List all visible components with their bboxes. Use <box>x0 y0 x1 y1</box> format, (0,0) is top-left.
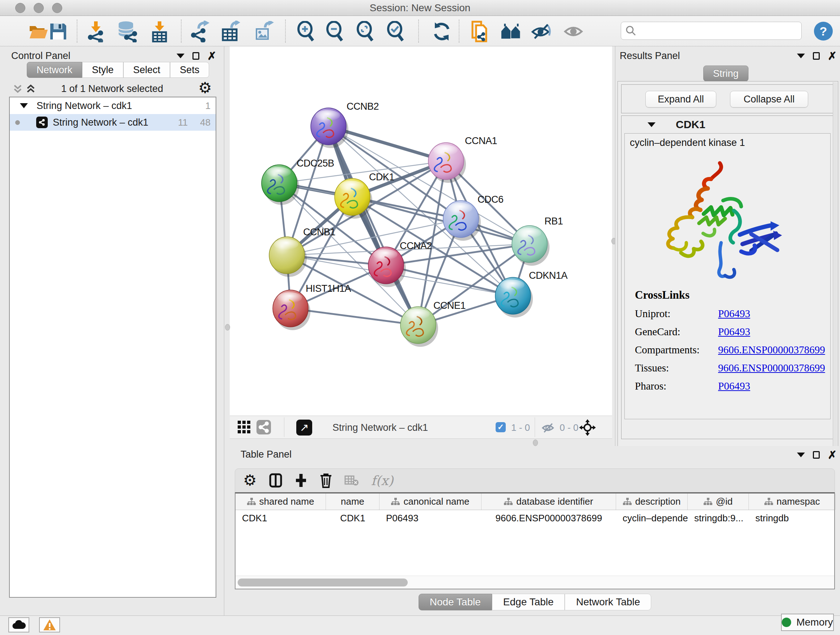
duplicate-network-button[interactable] <box>469 21 490 42</box>
open-folder-icon <box>28 22 49 41</box>
tab-network-table[interactable]: Network Table <box>565 594 651 610</box>
cloud-status-button[interactable] <box>8 617 29 632</box>
column-header-name[interactable]: name <box>326 494 379 510</box>
column-header--id[interactable]: @id <box>688 494 749 510</box>
fit-selected-crosshair-icon[interactable] <box>579 419 596 436</box>
expand-all-button[interactable]: Expand All <box>645 91 716 108</box>
birds-eye-view-icon[interactable] <box>238 421 252 434</box>
export-network-icon <box>190 21 210 42</box>
crosslink-label: Pharos: <box>635 380 718 392</box>
close-panel-icon[interactable]: ✗ <box>828 52 837 60</box>
tab-network[interactable]: Network <box>27 62 82 78</box>
open-in-window-icon[interactable]: ↗ <box>296 420 312 435</box>
network-node-rb1[interactable]: RB1 <box>512 216 563 266</box>
column-header-namespac[interactable]: namespac <box>749 494 836 510</box>
crosslink-value-link[interactable]: P06493 <box>718 308 750 320</box>
delete-column-icon[interactable] <box>320 473 332 488</box>
crosslink-value-link[interactable]: 9606.ENSP00000378699 <box>718 344 825 356</box>
column-header-description[interactable]: description <box>616 494 688 510</box>
crosslink-label: GeneCard: <box>635 326 718 338</box>
network-edge[interactable] <box>328 126 418 325</box>
column-header-canonical-name[interactable]: canonical name <box>379 494 482 510</box>
zoom-in-button[interactable] <box>295 21 316 42</box>
status-bar: Memory <box>0 616 840 635</box>
show-all-button[interactable] <box>564 21 584 42</box>
search-input[interactable] <box>636 25 792 37</box>
network-node-hist1h1a[interactable]: HIST1H1A <box>273 283 351 330</box>
node-result-header[interactable]: CDK1 <box>622 116 834 133</box>
import-network-file-button[interactable] <box>85 21 106 42</box>
crosslink-row: Tissues:9606.ENSP00000378699 <box>635 362 827 374</box>
search-field[interactable] <box>621 22 802 40</box>
collapse-all-button[interactable]: Collapse All <box>730 91 808 108</box>
duplicate-network-icon <box>470 20 489 43</box>
apply-layout-button[interactable] <box>431 21 452 42</box>
column-header-shared-name[interactable]: shared name <box>235 494 326 510</box>
export-image-icon <box>254 21 274 42</box>
import-network-database-button[interactable] <box>117 21 138 42</box>
toolbar-separator <box>285 19 286 43</box>
hide-selection-button[interactable] <box>531 21 552 42</box>
node-result-body: cyclin–dependent kinase 1 <box>624 133 831 419</box>
warnings-button[interactable] <box>39 617 60 632</box>
first-neighbors-button[interactable] <box>501 21 522 42</box>
float-panel-icon[interactable] <box>193 52 199 60</box>
table-cell: stringdb:9... <box>688 510 749 526</box>
splitter-handle[interactable] <box>533 440 538 446</box>
network-options-gear-icon[interactable]: ⚙ <box>198 80 212 96</box>
panel-menu-icon[interactable] <box>797 453 805 457</box>
column-header-database-identifier[interactable]: database identifier <box>482 494 616 510</box>
section-expander-icon[interactable] <box>647 122 655 127</box>
memory-button[interactable]: Memory <box>781 614 834 631</box>
export-image-button[interactable] <box>253 21 274 42</box>
panel-menu-icon[interactable] <box>177 54 185 58</box>
tab-style[interactable]: Style <box>82 62 123 78</box>
open-session-button[interactable] <box>28 21 49 42</box>
network-canvas[interactable]: CCNB2CCNA1CDC25BCDK1CDC6RB1CCNB1CCNA2CDK… <box>230 46 612 416</box>
table-header-row: shared namenamecanonical namedatabase id… <box>235 494 834 510</box>
import-table-file-button[interactable] <box>149 21 170 42</box>
show-columns-icon[interactable] <box>269 473 282 488</box>
close-panel-icon[interactable]: ✗ <box>828 451 837 459</box>
panel-header-buttons: ✗ <box>177 52 216 60</box>
tab-edge-table[interactable]: Edge Table <box>492 594 565 610</box>
export-table-button[interactable] <box>220 21 241 42</box>
table-row[interactable]: CDK1CDK1P064939606.ENSP00000378699cyclin… <box>235 510 834 526</box>
close-panel-icon[interactable]: ✗ <box>207 52 216 60</box>
table-options-gear-icon[interactable]: ⚙ <box>243 473 257 488</box>
zoom-out-button[interactable] <box>324 21 345 42</box>
crosslink-value-link[interactable]: P06493 <box>718 326 750 338</box>
expander-icon[interactable] <box>20 103 28 108</box>
save-session-button[interactable] <box>48 21 69 42</box>
network-node-cdkn1a[interactable]: CDKN1A <box>495 270 568 318</box>
tab-string[interactable]: String <box>703 65 748 81</box>
results-panel-title: Results Panel <box>620 50 680 62</box>
string-network-graph[interactable]: CCNB2CCNA1CDC25BCDK1CDC6RB1CCNB1CCNA2CDK… <box>230 46 612 416</box>
fit-content-button[interactable] <box>355 21 376 42</box>
network-share-icon[interactable] <box>256 420 271 434</box>
node-label: HIST1H1A <box>306 283 351 294</box>
tab-select[interactable]: Select <box>123 62 170 78</box>
panel-menu-icon[interactable] <box>797 54 805 58</box>
node-label: CDC6 <box>477 194 504 205</box>
float-panel-icon[interactable] <box>813 451 820 459</box>
network-node-ccna1[interactable]: CCNA1 <box>428 135 497 183</box>
export-network-button[interactable] <box>189 21 210 42</box>
create-column-icon[interactable] <box>294 473 308 488</box>
network-collection-row[interactable]: String Network – cdk1 1 <box>10 97 216 114</box>
float-panel-icon[interactable] <box>813 52 820 60</box>
crosslink-value-link[interactable]: 9606.ENSP00000378699 <box>718 362 825 374</box>
zoom-selected-button[interactable] <box>385 21 406 42</box>
crosslink-row: Uniprot:P06493 <box>635 308 827 320</box>
crosslink-label: Uniprot: <box>635 308 718 320</box>
tab-sets[interactable]: Sets <box>170 62 209 78</box>
help-button[interactable]: ? <box>814 22 833 41</box>
network-row[interactable]: String Network – cdk1 11 48 <box>10 114 216 131</box>
network-node-ccnb1[interactable]: CCNB1 <box>269 226 335 277</box>
crosslink-value-link[interactable]: P06493 <box>718 380 750 392</box>
network-node-cdk1[interactable]: CDK1 <box>335 172 394 219</box>
table-horizontal-scrollbar[interactable] <box>235 576 834 589</box>
scrollbar-thumb[interactable] <box>238 578 408 586</box>
left-splitter-handle[interactable] <box>225 324 230 331</box>
tab-node-table[interactable]: Node Table <box>418 594 492 610</box>
